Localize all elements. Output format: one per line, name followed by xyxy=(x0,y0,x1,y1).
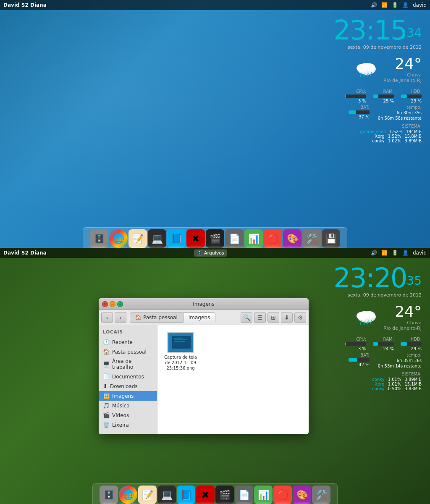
taskbar-files-item[interactable]: 🗄️ Arquivos xyxy=(194,249,227,257)
dock-skype[interactable]: 📘 xyxy=(167,229,186,248)
taskbar-files-label: Arquivos xyxy=(204,250,224,256)
bottom-dock-editor[interactable]: 📝 xyxy=(138,486,157,504)
top-hdd-bar xyxy=(401,94,407,98)
fm-back-button[interactable]: ‹ xyxy=(101,312,113,323)
bottom-conky-widget: 23:2035 sexta, 09 de novembro de 2012 24… xyxy=(333,265,422,391)
bottom-proc-1-mem: 3.89MiB xyxy=(404,377,422,382)
bottom-battery-icon[interactable]: 🔋 xyxy=(392,250,398,256)
fm-toolbar-right: 🔍 ☰ ⊞ ⬇ ⚙ xyxy=(241,312,306,323)
dock-calc[interactable]: 📊 xyxy=(244,229,263,248)
top-proc-1-name: gnome-shell xyxy=(360,129,386,134)
fm-crumb-images[interactable]: Imagens xyxy=(183,312,215,323)
fm-sidebar-imagens[interactable]: 🖼️ Imagens xyxy=(99,391,157,401)
top-proc-1: gnome-shell 1.52% 194MiB xyxy=(333,129,422,134)
top-cpu-label: CPU: xyxy=(356,89,366,94)
user-icon[interactable]: 👤 xyxy=(402,2,409,8)
dock-editor[interactable]: 📝 xyxy=(128,229,147,248)
fm-close-button[interactable]: × xyxy=(102,301,108,307)
bottom-dock-terminal[interactable]: 💻 xyxy=(157,486,176,504)
bottom-volume-icon[interactable]: 🔊 xyxy=(371,250,377,256)
bottom-ram-label: RAM: xyxy=(383,337,394,341)
dock-red[interactable]: 🔴 xyxy=(264,229,282,248)
bottom-dock-skype[interactable]: 📘 xyxy=(177,486,195,504)
bottom-dock-calc[interactable]: 📊 xyxy=(254,486,273,504)
bottom-proc-2-name: Xorg xyxy=(375,382,384,386)
bottom-wifi-icon[interactable]: 📶 xyxy=(381,250,388,256)
fm-lixeira-label: Lixeira xyxy=(112,422,129,428)
fm-sidebar-lixeira[interactable]: 🗑️ Lixeira xyxy=(99,420,157,430)
top-cpu-stat: CPU: 3 % xyxy=(345,89,366,103)
bottom-time: 23:20 xyxy=(333,262,406,294)
bottom-dock-files2[interactable]: 📄 xyxy=(235,486,253,504)
dock-storage[interactable]: 💾 xyxy=(322,229,340,248)
fm-sort-button[interactable]: ⬇ xyxy=(281,312,293,323)
bottom-temperature: 24° xyxy=(383,303,422,320)
fm-file-name: Captura de tela de 2012-11-09 23:15:36.p… xyxy=(164,354,197,371)
fm-list-view-button[interactable]: ☰ xyxy=(254,312,266,323)
fm-forward-button[interactable]: › xyxy=(115,312,126,323)
top-bat-tempo-row: BAT: 37 % tempo: 6h 30m 35s 0h 56m 58s r… xyxy=(333,105,422,121)
fm-sidebar-recente[interactable]: 🕐 Recente xyxy=(99,337,157,347)
top-proc-2-pct: 1.52% xyxy=(388,134,401,139)
bottom-dock-media[interactable]: 🎬 xyxy=(215,486,234,504)
bottom-dock-tools[interactable]: 🎨 xyxy=(293,486,311,504)
top-weather-info: 24° Chuva Rio de Janeiro-RJ xyxy=(383,55,422,83)
bottom-cpu-label: CPU: xyxy=(356,337,366,341)
fm-settings-button[interactable]: ⚙ xyxy=(294,312,306,323)
svg-point-9 xyxy=(365,311,375,319)
dock-media[interactable]: 🎬 xyxy=(206,229,224,248)
top-ram-label: RAM: xyxy=(383,89,394,94)
fm-window-buttons: × − + xyxy=(102,301,123,307)
top-restante-value: 0h 56m 58s restante xyxy=(378,116,422,121)
fm-crumb-home[interactable]: 🏠 Pasta pessoal xyxy=(130,312,183,323)
volume-icon[interactable]: 🔊 xyxy=(371,2,377,8)
dock-settings[interactable]: 🛠️ xyxy=(302,229,321,248)
bottom-weather-desc: Chuva xyxy=(383,320,422,326)
fm-sidebar-videos[interactable]: 🎬 Vídeos xyxy=(99,410,157,420)
bottom-dock-red[interactable]: 🔴 xyxy=(273,486,292,504)
fm-pasta-pessoal-label: Pasta pessoal xyxy=(112,349,147,355)
bottom-proc-1: conky 1.01% 3.89MiB xyxy=(333,377,422,382)
fm-sidebar-title: Locais xyxy=(99,328,157,337)
top-topbar: David S2 Diana 🔊 📶 🔋 👤 david xyxy=(0,0,430,10)
fm-sidebar-documentos[interactable]: 📄 Documentos xyxy=(99,372,157,381)
fm-sidebar-musica[interactable]: 🎵 Música xyxy=(99,401,157,410)
bottom-dock-cross[interactable]: ✖️ xyxy=(196,486,215,504)
svg-rect-17 xyxy=(174,338,183,339)
bottom-ram-bar-container xyxy=(373,342,394,346)
dock-chrome[interactable]: 🌐 xyxy=(109,229,128,248)
dock-files[interactable]: 🗄️ xyxy=(90,229,108,248)
top-ram-bar xyxy=(373,94,378,98)
bottom-bat-value: 42 % xyxy=(359,362,369,367)
fm-search-button[interactable]: 🔍 xyxy=(241,312,252,323)
top-stat-group-1: CPU: 3 % RAM: 25 % HDD: xyxy=(333,89,422,103)
fm-sidebar-downloads[interactable]: ⬇️ Downloads xyxy=(99,381,157,391)
fm-maximize-button[interactable]: + xyxy=(117,301,123,307)
battery-icon[interactable]: 🔋 xyxy=(392,2,398,8)
dock-files2[interactable]: 📄 xyxy=(225,229,244,248)
dock-terminal[interactable]: 💻 xyxy=(148,229,166,248)
bottom-dock-settings[interactable]: 🛠️ xyxy=(312,486,330,504)
username-label: david xyxy=(413,2,427,8)
fm-sidebar-pasta-pessoal[interactable]: 🏠 Pasta pessoal xyxy=(99,347,157,357)
bottom-clock: 23:2035 xyxy=(333,265,422,291)
bottom-dock-files[interactable]: 🗄️ xyxy=(100,486,118,504)
wifi-icon[interactable]: 📶 xyxy=(381,2,388,8)
top-bat-label: BAT: xyxy=(360,105,369,110)
fm-file-thumbnail xyxy=(167,332,194,353)
top-ram-stat: RAM: 25 % xyxy=(373,89,394,103)
bottom-hdd-bar-container xyxy=(401,342,422,346)
fm-file-screenshot[interactable]: Captura de tela de 2012-11-09 23:15:36.p… xyxy=(162,329,199,373)
fm-minimize-button[interactable]: − xyxy=(110,301,115,307)
bottom-dock-chrome[interactable]: 🌐 xyxy=(119,486,137,504)
fm-grid-view-button[interactable]: ⊞ xyxy=(267,312,279,323)
dock-tools[interactable]: 🎨 xyxy=(283,229,302,248)
top-hdd-value: 29 % xyxy=(411,99,422,103)
top-bat-stat: BAT: 37 % xyxy=(349,105,370,121)
bottom-seconds: 35 xyxy=(406,274,422,288)
dock-cross[interactable]: ✖️ xyxy=(186,229,205,248)
top-ram-value: 25 % xyxy=(383,99,394,103)
fm-sidebar-area-trabalho[interactable]: 🖥️ Área de trabalho xyxy=(99,357,157,372)
bottom-user-icon[interactable]: 👤 xyxy=(402,250,409,256)
top-proc-1-mem: 194MiB xyxy=(406,129,422,134)
